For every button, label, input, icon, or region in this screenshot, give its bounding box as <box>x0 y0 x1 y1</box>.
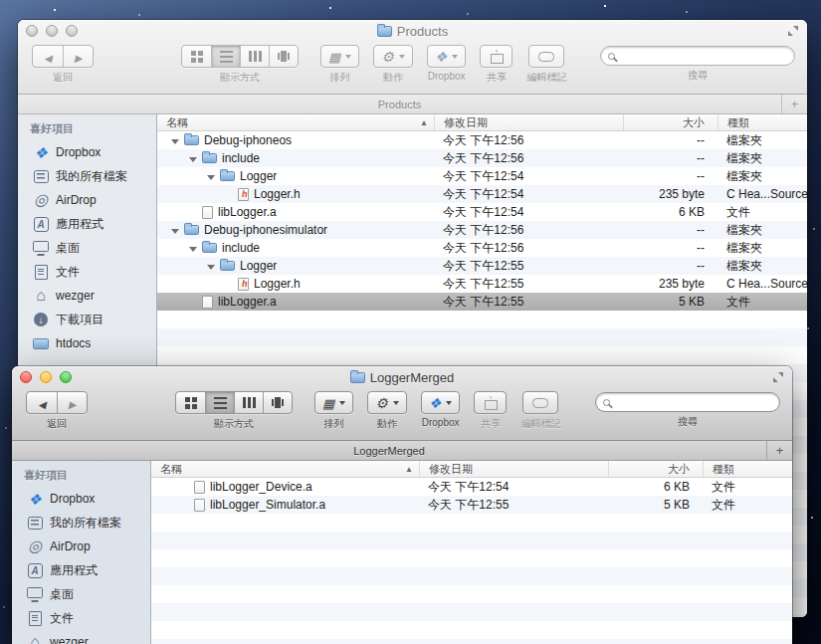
disclosure-triangle-icon[interactable] <box>207 175 215 180</box>
column-header-size[interactable]: 大小 <box>623 114 718 130</box>
dropbox-button[interactable] <box>421 391 461 414</box>
sidebar-item-dropbox[interactable]: Dropbox <box>12 487 150 511</box>
sidebar-item-all-my-files[interactable]: 我的所有檔案 <box>18 164 156 188</box>
name-cell: Logger.h <box>157 277 434 291</box>
row-liblogger-a[interactable]: libLogger.a 今天 下午12:54 6 KB 文件 <box>157 203 807 221</box>
row-debug-iphoneos[interactable]: Debug-iphoneos 今天 下午12:56 -- 檔案夾 <box>157 131 807 149</box>
title-bar[interactable]: Products <box>18 20 807 42</box>
minimize-button[interactable] <box>46 25 58 37</box>
disclosure-triangle-icon[interactable] <box>171 139 179 144</box>
search-input[interactable] <box>615 393 779 411</box>
forward-button[interactable] <box>63 46 93 67</box>
documents-icon <box>26 610 44 627</box>
minimize-button[interactable] <box>40 371 52 383</box>
search-input[interactable] <box>620 47 794 65</box>
date-modified: 今天 下午12:54 <box>434 204 623 221</box>
sidebar-item-dropbox[interactable]: Dropbox <box>18 140 156 164</box>
name-cell: include <box>157 241 434 255</box>
row-include[interactable]: include 今天 下午12:56 -- 檔案夾 <box>157 239 807 257</box>
forward-button[interactable] <box>57 392 87 413</box>
column-header-kind[interactable]: 種類 <box>703 461 792 477</box>
dropbox-group: Dropbox <box>427 45 467 82</box>
list-view-button[interactable] <box>211 46 240 67</box>
sidebar-item-applications[interactable]: 應用程式 <box>18 212 156 236</box>
edit-tags-button[interactable] <box>528 45 564 68</box>
view-mode-control <box>175 391 293 414</box>
row-liblogger-device-a[interactable]: libLogger_Device.a 今天 下午12:54 6 KB 文件 <box>151 478 792 496</box>
icon-view-button[interactable] <box>182 46 211 67</box>
action-button[interactable] <box>367 391 407 414</box>
fullscreen-icon[interactable] <box>773 372 783 382</box>
column-view-button[interactable] <box>234 392 263 413</box>
new-tab-button[interactable]: + <box>781 95 807 113</box>
sidebar-item-airdrop[interactable]: AirDrop <box>18 188 156 212</box>
title-bar[interactable]: LoggerMerged <box>12 366 792 388</box>
sidebar-item-all-my-files[interactable]: 我的所有檔案 <box>12 511 150 535</box>
sidebar-item-home[interactable]: wezger <box>18 284 156 308</box>
zoom-button[interactable] <box>66 25 78 37</box>
share-button[interactable] <box>474 391 507 414</box>
sidebar-item-documents[interactable]: 文件 <box>12 606 150 630</box>
airdrop-icon <box>26 538 44 555</box>
coverflow-view-button[interactable] <box>263 392 292 413</box>
tab-products[interactable]: Products <box>18 95 781 113</box>
column-view-icon <box>243 397 256 408</box>
column-header-kind[interactable]: 種類 <box>718 114 807 130</box>
row-logger-h[interactable]: Logger.h 今天 下午12:54 235 byte C Hea...Sou… <box>157 185 807 203</box>
column-header-label: 名稱 <box>160 462 182 477</box>
sidebar-item-documents[interactable]: 文件 <box>18 260 156 284</box>
close-button[interactable] <box>20 371 32 383</box>
search-field[interactable] <box>600 46 795 66</box>
disclosure-triangle-icon[interactable] <box>189 247 197 252</box>
column-header-name[interactable]: 名稱▲ <box>157 114 434 130</box>
row-liblogger-simulator-a[interactable]: libLogger_Simulator.a 今天 下午12:55 5 KB 文件 <box>151 496 792 514</box>
sidebar-item-home[interactable]: wezger <box>12 630 150 644</box>
search-field[interactable] <box>595 392 780 412</box>
new-tab-button[interactable]: + <box>766 441 792 460</box>
share-button[interactable] <box>480 45 513 68</box>
dropbox-button[interactable] <box>427 45 467 68</box>
finder-window-loggermerged[interactable]: LoggerMerged 返回 <box>12 366 792 644</box>
downloads-icon <box>32 312 50 328</box>
dropbox-label: Dropbox <box>422 417 460 428</box>
list-view-button[interactable] <box>205 392 234 413</box>
sidebar-item-downloads[interactable]: 下載項目 <box>18 308 156 331</box>
row-logger[interactable]: Logger 今天 下午12:54 -- 檔案夾 <box>157 167 807 185</box>
search-group: 搜尋 <box>600 45 795 83</box>
row-debug-iphonesimulator[interactable]: Debug-iphonesimulator 今天 下午12:56 -- 檔案夾 <box>157 221 807 239</box>
disclosure-triangle-icon[interactable] <box>189 157 197 162</box>
disclosure-triangle-icon[interactable] <box>171 229 179 234</box>
column-header-size[interactable]: 大小 <box>608 461 703 477</box>
coverflow-view-button[interactable] <box>269 46 298 67</box>
sidebar-item-desktop[interactable]: 桌面 <box>18 236 156 260</box>
file-kind: 文件 <box>703 497 792 514</box>
back-button[interactable] <box>33 46 63 67</box>
row-logger-h[interactable]: Logger.h 今天 下午12:55 235 byte C Hea...Sou… <box>157 275 807 293</box>
tab-loggermerged[interactable]: LoggerMerged <box>12 441 766 460</box>
column-header-date[interactable]: 修改日期 <box>434 114 623 130</box>
arrange-button[interactable] <box>320 45 359 68</box>
disclosure-triangle-icon[interactable] <box>207 265 215 270</box>
zoom-button[interactable] <box>60 371 72 383</box>
icon-view-button[interactable] <box>176 392 205 413</box>
action-button[interactable] <box>373 45 413 68</box>
sidebar-item-label: 應用程式 <box>50 562 98 579</box>
sidebar-item-htdocs[interactable]: htdocs <box>18 331 156 355</box>
edit-tags-button[interactable] <box>522 391 558 414</box>
sidebar-item-desktop[interactable]: 桌面 <box>12 582 150 606</box>
row-liblogger-a-selected[interactable]: libLogger.a 今天 下午12:55 5 KB 文件 <box>157 293 807 311</box>
file-kind: 檔案夾 <box>718 132 807 149</box>
fullscreen-icon[interactable] <box>788 26 798 36</box>
close-button[interactable] <box>26 25 38 37</box>
sidebar-item-applications[interactable]: 應用程式 <box>12 558 150 582</box>
coverflow-view-icon <box>281 51 287 62</box>
back-button[interactable] <box>27 392 57 413</box>
arrange-button[interactable] <box>314 391 353 414</box>
column-view-button[interactable] <box>240 46 269 67</box>
column-header-name[interactable]: 名稱▲ <box>151 461 419 477</box>
sidebar-item-airdrop[interactable]: AirDrop <box>12 535 150 558</box>
folder-icon <box>220 171 235 181</box>
column-header-date[interactable]: 修改日期 <box>419 461 608 477</box>
row-include[interactable]: include 今天 下午12:56 -- 檔案夾 <box>157 149 807 167</box>
row-logger[interactable]: Logger 今天 下午12:55 -- 檔案夾 <box>157 257 807 275</box>
